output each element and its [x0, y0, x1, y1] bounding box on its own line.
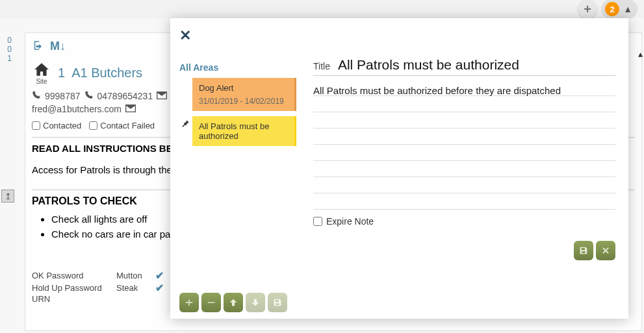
site-name: A1 Butchers	[71, 66, 142, 80]
check-icon: ✔	[155, 269, 164, 282]
stat-0: 0	[0, 36, 12, 45]
urn-label: URN	[32, 294, 110, 304]
site-type-label: Site	[32, 78, 51, 85]
note-body-area[interactable]: All Patrols must be authorized before th…	[313, 80, 615, 210]
title-label: Title	[313, 61, 330, 71]
modal-left-panel: ✕ All Areas Dog Alert 31/01/2019 - 14/02…	[170, 18, 307, 319]
phone-icon-2	[84, 90, 94, 101]
phone1: 9998787	[45, 91, 81, 101]
site-email: fred@a1butchers.com	[32, 104, 122, 114]
site-number: 1	[58, 66, 65, 80]
mail-icon-2	[125, 104, 136, 114]
pin-icon	[181, 119, 190, 130]
note-body-text: All Patrols must be authorized before th…	[313, 82, 615, 99]
ok-password-value: Mutton	[116, 271, 149, 280]
top-bar: + 2 ▲	[0, 0, 644, 18]
close-icon[interactable]: ✕	[179, 27, 300, 44]
note-action-buttons	[179, 293, 287, 312]
remove-note-button[interactable]	[201, 293, 221, 312]
note-title-row: Title All Patrols must be authorized	[313, 57, 615, 76]
chevron-up-icon: ▲	[623, 4, 632, 14]
check-icon: ✔	[155, 282, 164, 294]
expire-note-checkbox[interactable]	[313, 217, 322, 226]
phone-icon	[32, 90, 41, 101]
save-order-button	[268, 293, 287, 312]
cancel-button[interactable]	[596, 241, 615, 260]
note-title: Dog Alert	[199, 83, 288, 93]
stat-2: 1	[0, 54, 12, 63]
ok-password-label: OK Password	[32, 271, 110, 280]
move-up-button[interactable]	[224, 293, 243, 312]
notification-badge: 2	[605, 2, 619, 16]
note-card-dog-alert[interactable]: Dog Alert 31/01/2019 - 14/02/2019	[192, 78, 296, 111]
modal-right-panel: Title All Patrols must be authorized All…	[307, 18, 628, 319]
contact-failed-checkbox[interactable]: Contact Failed	[89, 121, 155, 130]
add-note-button[interactable]	[179, 293, 199, 312]
add-button[interactable]: +	[578, 0, 597, 19]
expire-note-row: Expire Note	[313, 216, 615, 227]
notification-pill[interactable]: 2 ▲	[601, 0, 638, 19]
note-title: All Patrols must be authorized	[199, 121, 288, 141]
move-down-button	[246, 293, 265, 312]
holdup-password-value: Steak	[116, 283, 149, 293]
house-icon: Site	[32, 61, 51, 85]
title-value[interactable]: All Patrols must be authorized	[338, 57, 519, 73]
stat-1: 0	[0, 45, 12, 54]
left-stats: 0 0 1	[0, 36, 12, 63]
phone2: 04789654231	[97, 91, 153, 101]
export-icon[interactable]	[32, 40, 44, 55]
note-modal: ✕ All Areas Dog Alert 31/01/2019 - 14/02…	[170, 18, 628, 319]
save-button[interactable]	[574, 241, 593, 260]
note-card-patrols-auth[interactable]: All Patrols must be authorized	[192, 116, 296, 146]
panel-collapse-button[interactable]: ↥	[1, 190, 14, 203]
contacted-checkbox[interactable]: Contacted	[32, 121, 81, 130]
all-areas-heading[interactable]: All Areas	[179, 62, 300, 73]
sort-icon[interactable]: M↓	[50, 40, 66, 55]
holdup-password-label: Hold Up Password	[32, 283, 110, 293]
mail-icon	[157, 91, 167, 101]
expire-note-label: Expire Note	[326, 216, 374, 227]
save-cancel-row	[574, 241, 615, 260]
scroll-up-indicator[interactable]: ▴	[638, 49, 643, 59]
note-date: 31/01/2019 - 14/02/2019	[199, 97, 288, 106]
